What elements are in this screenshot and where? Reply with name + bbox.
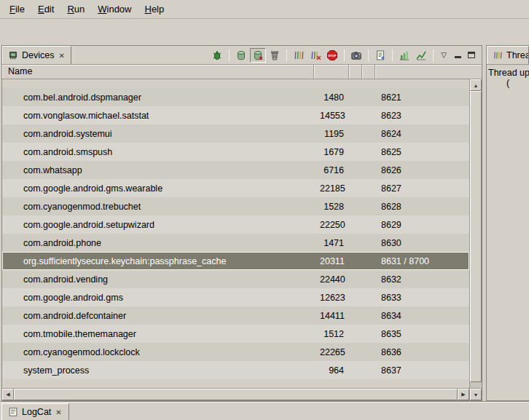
profiling-line-icon bbox=[415, 49, 427, 61]
process-port: 8635 bbox=[375, 329, 469, 339]
process-port: 8636 bbox=[375, 347, 469, 357]
menu-run[interactable]: Run bbox=[60, 1, 91, 17]
process-name: com.google.android.gms.wearable bbox=[2, 183, 314, 194]
logcat-bar: LogCat ✕ bbox=[0, 401, 529, 420]
view-menu-button[interactable]: ▽ bbox=[437, 49, 450, 62]
table-main: com.bel.android.dspmanager14808621com.vo… bbox=[2, 79, 469, 388]
toolbar-separator bbox=[344, 49, 345, 61]
tab-devices-label: Devices bbox=[22, 50, 54, 60]
process-port: 8631 / 8700 bbox=[375, 256, 469, 266]
tab-logcat[interactable]: LogCat ✕ bbox=[1, 403, 69, 420]
column-header-blank[interactable] bbox=[349, 65, 362, 79]
process-port: 8634 bbox=[375, 311, 469, 321]
profiling-bars-button[interactable] bbox=[396, 48, 412, 63]
process-name: system_process bbox=[2, 365, 314, 376]
debug-bug-icon bbox=[211, 49, 223, 61]
process-pid: 1512 bbox=[314, 329, 349, 339]
process-pid: 1471 bbox=[314, 238, 349, 248]
threads-view-header: Threa bbox=[487, 46, 529, 65]
process-pid: 14553 bbox=[314, 111, 349, 121]
tab-threads[interactable]: Threa bbox=[487, 46, 529, 64]
table-row[interactable]: com.google.android.setupwizard222508629 bbox=[2, 215, 469, 234]
trash-icon bbox=[269, 49, 281, 61]
process-pid: 1195 bbox=[314, 129, 349, 139]
horizontal-scrollbar[interactable]: ◀ ▶ bbox=[2, 389, 469, 400]
column-header-pid[interactable] bbox=[314, 65, 349, 79]
maximize-icon bbox=[468, 52, 475, 58]
process-port: 8630 bbox=[375, 238, 469, 248]
stop-process-button[interactable]: STOP bbox=[324, 48, 340, 63]
column-header-name[interactable]: Name bbox=[2, 65, 314, 79]
column-header-port[interactable] bbox=[375, 65, 482, 79]
scroll-up-button[interactable]: ▲ bbox=[470, 79, 482, 91]
vertical-scrollbar[interactable]: ▲ bbox=[469, 79, 482, 388]
tab-logcat-label: LogCat bbox=[22, 407, 51, 417]
scroll-left-button[interactable]: ◀ bbox=[2, 389, 14, 400]
vertical-scroll-thumb[interactable] bbox=[470, 91, 482, 382]
maximize-view-button[interactable] bbox=[465, 49, 478, 62]
toolbar-separator bbox=[229, 49, 230, 61]
table-row[interactable]: com.android.phone14718630 bbox=[2, 234, 469, 252]
threads-message: Thread up ( bbox=[487, 65, 529, 91]
menu-help[interactable]: Help bbox=[138, 1, 171, 17]
table-row[interactable]: com.tmobile.thememanager15128635 bbox=[2, 325, 469, 343]
table-row[interactable]: com.cyanogenmod.trebuchet15288628 bbox=[2, 197, 469, 215]
process-port: 8629 bbox=[375, 220, 469, 230]
table-row[interactable]: com.android.defcontainer144118634 bbox=[2, 306, 469, 325]
scroll-right-button[interactable]: ▶ bbox=[458, 389, 469, 400]
menu-window[interactable]: Window bbox=[91, 1, 138, 17]
process-pid: 22250 bbox=[314, 220, 349, 230]
threads-dump-icon bbox=[310, 49, 321, 61]
table-row[interactable]: com.whatsapp67168626 bbox=[2, 161, 469, 179]
tab-threads-label: Threa bbox=[506, 50, 529, 60]
table-row[interactable]: com.android.systemui11958624 bbox=[2, 124, 469, 143]
menu-file[interactable]: File bbox=[3, 1, 31, 17]
process-port: 8621 bbox=[375, 92, 469, 103]
devices-view: Devices ✕ bbox=[1, 45, 482, 401]
camera-icon bbox=[350, 49, 362, 61]
table-row[interactable]: com.cyanogenmod.lockclock222658636 bbox=[2, 343, 469, 361]
process-port: 8627 bbox=[375, 183, 469, 194]
dump-hprof-button[interactable] bbox=[250, 48, 266, 63]
screen-capture-button[interactable] bbox=[348, 48, 364, 63]
process-port: 8626 bbox=[375, 165, 469, 175]
table-row[interactable]: com.vonglasow.michael.satstat145538623 bbox=[2, 106, 469, 124]
table-row[interactable]: com.google.android.gms.wearable221858627 bbox=[2, 179, 469, 197]
tab-devices[interactable]: Devices ✕ bbox=[2, 46, 71, 64]
capture-report-button[interactable] bbox=[372, 48, 388, 63]
table-row[interactable]: com.android.vending224408632 bbox=[2, 270, 469, 288]
dump-threads-button[interactable] bbox=[307, 48, 324, 63]
table-row[interactable]: org.sufficientlysecure.keychain:passphra… bbox=[2, 252, 469, 270]
profiling-start-button[interactable] bbox=[413, 48, 429, 63]
threads-message-line1: Thread up bbox=[488, 68, 528, 78]
close-devices-tab-icon[interactable]: ✕ bbox=[58, 52, 65, 60]
table-row[interactable]: system_process9648637 bbox=[2, 361, 469, 379]
process-pid: 1528 bbox=[314, 202, 349, 212]
close-logcat-tab-icon[interactable]: ✕ bbox=[55, 408, 62, 416]
table-row[interactable]: com.bel.android.dspmanager14808621 bbox=[2, 88, 469, 106]
process-pid: 22185 bbox=[314, 183, 349, 194]
threads-view: Threa Thread up ( bbox=[486, 45, 529, 401]
process-name: com.vonglasow.michael.satstat bbox=[2, 111, 314, 121]
process-port: 8623 bbox=[375, 111, 469, 121]
process-port: 8624 bbox=[375, 129, 469, 139]
process-pid: 22440 bbox=[314, 274, 349, 285]
minimize-view-button[interactable] bbox=[451, 49, 464, 62]
process-name: org.sufficientlysecure.keychain:passphra… bbox=[2, 256, 314, 266]
horizontal-scroll-thumb[interactable] bbox=[14, 389, 458, 400]
app-window: File Edit Run Window Help Devices bbox=[0, 0, 529, 420]
update-threads-button[interactable] bbox=[291, 48, 307, 63]
table-row[interactable]: com.google.android.gms126238633 bbox=[2, 288, 469, 306]
toolbar-separator bbox=[368, 49, 369, 61]
report-icon bbox=[375, 49, 386, 61]
cause-gc-button[interactable] bbox=[267, 48, 283, 63]
debug-process-button[interactable] bbox=[209, 48, 225, 63]
update-heap-button[interactable] bbox=[233, 48, 249, 63]
table-row[interactable]: com.android.smspush16798625 bbox=[2, 143, 469, 161]
heap-cylinder-icon bbox=[235, 49, 247, 61]
column-header-blank[interactable] bbox=[362, 65, 375, 79]
scroll-down-button[interactable]: ▼ bbox=[470, 389, 482, 400]
process-name: com.cyanogenmod.lockclock bbox=[2, 347, 314, 357]
menu-edit[interactable]: Edit bbox=[31, 1, 60, 17]
process-pid: 964 bbox=[314, 365, 349, 376]
